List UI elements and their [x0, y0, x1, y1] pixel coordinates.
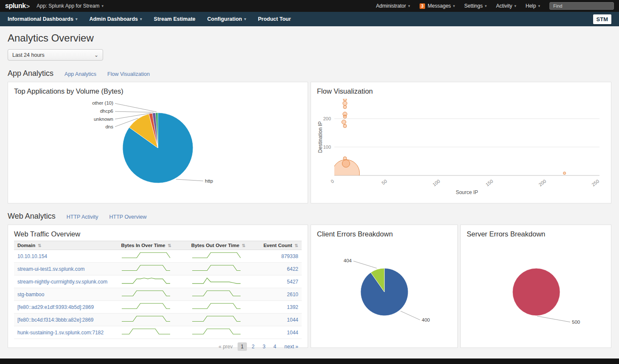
- column-header-bytes-in[interactable]: Bytes In Over Time⇅: [118, 241, 188, 250]
- sparkline: [121, 251, 171, 260]
- footer-bar: [0, 358, 619, 364]
- user-menu[interactable]: Administrator ▾: [376, 3, 410, 9]
- column-header-bytes-out[interactable]: Bytes Out Over Time⇅: [188, 241, 260, 250]
- column-header-domain[interactable]: Domain⇅: [14, 241, 118, 250]
- messages-menu[interactable]: 3 Messages ▾: [420, 3, 455, 9]
- dashboard-body: Analytics Overview Last 24 hours ⌄ App A…: [0, 32, 619, 348]
- svg-text:250: 250: [591, 178, 600, 187]
- caret-down-icon: ▾: [485, 4, 487, 8]
- pie-label: unknown: [94, 117, 113, 122]
- nav-stream-estimate[interactable]: Stream Estimate: [148, 12, 202, 26]
- scatter-point[interactable]: [342, 160, 350, 167]
- link-flow-visualization[interactable]: Flow Visualization: [107, 71, 150, 77]
- bytes-out-sparkline-cell: [188, 288, 260, 301]
- page-button-2[interactable]: 2: [248, 342, 258, 351]
- caret-down-icon: ▾: [76, 12, 78, 26]
- app-nav-bar: Informational Dashboards ▾ Admin Dashboa…: [0, 12, 619, 26]
- table-row: stream-nightly-currnightly.sv.splunk.com…: [14, 275, 302, 288]
- svg-text:100: 100: [431, 178, 441, 187]
- column-header-event-count[interactable]: Event Count⇅: [260, 241, 302, 250]
- section-title: App Analytics: [8, 69, 53, 78]
- link-http-overview[interactable]: HTTP Overview: [109, 214, 147, 220]
- domain-link[interactable]: hunk-sustaining-1.sv.splunk.com:7182: [17, 330, 104, 336]
- event-count-link[interactable]: 879338: [281, 253, 298, 259]
- panel-server-errors: Server Errors Breakdown 500: [460, 225, 611, 348]
- scatter-point[interactable]: [343, 124, 347, 128]
- scatter-point[interactable]: [563, 172, 566, 175]
- nav-informational-dashboards[interactable]: Informational Dashboards ▾: [2, 12, 83, 26]
- domain-cell: 10.10.10.154: [14, 250, 118, 263]
- nav-product-tour[interactable]: Product Tour: [252, 12, 297, 26]
- stm-logo[interactable]: STM: [593, 14, 611, 24]
- nav-item-label: Informational Dashboards: [8, 12, 73, 26]
- pie-label: dhcp6: [100, 108, 113, 114]
- table-row: stream-ui-test1.sv.splunk.com6422: [14, 263, 302, 275]
- event-count-link[interactable]: 1044: [287, 317, 298, 323]
- nav-admin-dashboards[interactable]: Admin Dashboards ▾: [83, 12, 148, 26]
- top-applications-pie-chart: other (10)dhcp6unknowndnshttp: [14, 98, 302, 197]
- link-http-activity[interactable]: HTTP Activity: [67, 214, 98, 220]
- sort-icon: ⇅: [168, 243, 171, 248]
- pie-label: 400: [422, 317, 430, 322]
- domain-cell: stg-bamboo: [14, 288, 118, 301]
- domain-link[interactable]: stream-ui-test1.sv.splunk.com: [17, 266, 85, 272]
- scatter-point[interactable]: [342, 120, 346, 124]
- domain-cell: [fe80::bc4d:f314:3bbb:a82e]:2869: [14, 314, 118, 326]
- event-count-link[interactable]: 2610: [287, 292, 298, 297]
- event-count-link[interactable]: 1392: [287, 304, 298, 310]
- scatter-point[interactable]: [343, 98, 347, 101]
- section-web-analytics: Web Analytics HTTP Activity HTTP Overvie…: [8, 212, 611, 221]
- caret-down-icon: ▾: [514, 4, 516, 8]
- bytes-out-sparkline-cell: [188, 314, 260, 326]
- link-app-analytics[interactable]: App Analytics: [64, 71, 96, 77]
- page-button-3[interactable]: 3: [259, 342, 269, 351]
- domain-link[interactable]: [fe80::ad29:e1df:9393:4b5d]:2869: [17, 304, 94, 310]
- nav-item-label: Stream Estimate: [154, 12, 196, 26]
- pie-slice[interactable]: [513, 268, 560, 316]
- next-page-button[interactable]: next »: [281, 342, 302, 351]
- domain-link[interactable]: 10.10.10.154: [17, 253, 47, 259]
- event-count-link[interactable]: 5427: [287, 279, 298, 285]
- help-menu-label: Help: [526, 3, 536, 9]
- bytes-in-sparkline-cell: [118, 250, 188, 263]
- section-title: Web Analytics: [8, 212, 56, 221]
- domain-link[interactable]: stream-nightly-currnightly.sv.splunk.com: [17, 279, 107, 285]
- table-header-row: Domain⇅ Bytes In Over Time⇅ Bytes Out Ov…: [14, 241, 302, 250]
- domain-link[interactable]: [fe80::bc4d:f314:3bbb:a82e]:2869: [17, 317, 94, 323]
- sort-icon: ⇅: [38, 243, 41, 248]
- panel-web-traffic: Web Traffic Overview Domain⇅ Bytes In Ov…: [8, 225, 308, 348]
- page-title: Analytics Overview: [8, 32, 611, 44]
- event-count-link[interactable]: 1044: [287, 330, 298, 336]
- sparkline: [121, 314, 171, 324]
- sparkline: [121, 327, 171, 336]
- scatter-point[interactable]: [343, 101, 347, 106]
- prev-page-button[interactable]: « prev: [215, 342, 236, 351]
- scatter-point[interactable]: [343, 115, 347, 118]
- splunk-logo[interactable]: splunk>: [5, 2, 30, 10]
- sort-icon: ⇅: [295, 243, 298, 248]
- bytes-in-sparkline-cell: [118, 314, 188, 326]
- scatter-point[interactable]: [343, 157, 347, 160]
- activity-menu[interactable]: Activity ▾: [496, 3, 516, 9]
- sparkline: [191, 264, 241, 273]
- settings-menu[interactable]: Settings ▾: [464, 3, 487, 9]
- top-bar: splunk> App: Splunk App for Stream ▾ Adm…: [0, 0, 619, 12]
- domain-cell: [fe80::ad29:e1df:9393:4b5d]:2869: [14, 301, 118, 314]
- help-menu[interactable]: Help ▾: [526, 3, 540, 9]
- domain-cell: stream-ui-test1.sv.splunk.com: [14, 263, 118, 275]
- nav-configuration[interactable]: Configuration ▾: [202, 12, 252, 26]
- bytes-out-sparkline-cell: [188, 263, 260, 275]
- scatter-point[interactable]: [343, 105, 347, 108]
- find-input[interactable]: [549, 2, 614, 10]
- app-menu[interactable]: App: Splunk App for Stream ▾: [36, 3, 104, 9]
- event-count-link[interactable]: 6422: [287, 266, 298, 272]
- page-button-1[interactable]: 1: [238, 342, 247, 351]
- event-count-cell: 2610: [260, 288, 302, 301]
- panel-title: Top Applications by Volume (Bytes): [14, 87, 302, 95]
- time-range-picker[interactable]: Last 24 hours ⌄: [8, 49, 103, 61]
- caret-down-icon: ▾: [140, 12, 142, 26]
- page-button-4[interactable]: 4: [270, 342, 280, 351]
- domain-link[interactable]: stg-bamboo: [17, 292, 44, 297]
- svg-text:Destination IP: Destination IP: [317, 121, 323, 153]
- svg-text:Source IP: Source IP: [456, 189, 478, 195]
